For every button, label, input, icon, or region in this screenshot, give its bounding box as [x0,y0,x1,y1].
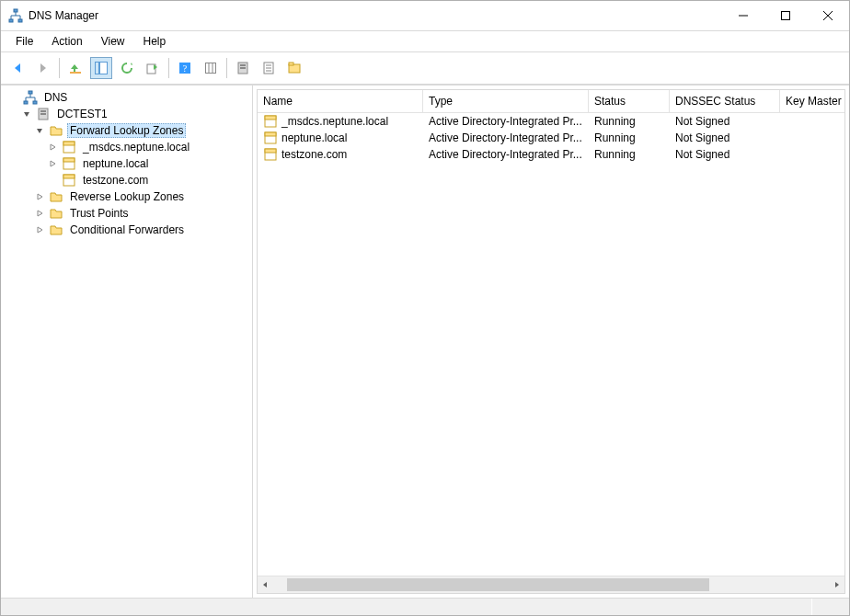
maximize-button[interactable] [764,1,807,30]
chevron-right-icon[interactable] [47,158,58,169]
tree-root[interactable]: DNS [5,89,252,106]
zone-icon [263,131,278,145]
cell-status: Running [589,131,670,144]
chevron-down-icon[interactable] [34,125,45,136]
back-button[interactable] [6,57,29,79]
forward-button[interactable] [32,57,54,79]
svg-rect-25 [29,91,32,94]
scroll-right-icon[interactable] [830,576,844,593]
scroll-left-icon[interactable] [258,576,272,593]
svg-rect-29 [40,110,46,112]
window-controls [722,1,849,30]
cell-dnssec: Not Signed [670,115,780,128]
tree-label: Trust Points [67,206,132,221]
menu-help[interactable]: Help [134,33,176,50]
tree-pane[interactable]: DNS DCTEST1 Forward [1,86,253,598]
cell-name-text: _msdcs.neptune.local [281,115,388,128]
columns-button[interactable] [200,57,222,79]
console-tree-button[interactable] [90,57,112,79]
cell-type: Active Directory-Integrated Pr... [423,148,589,161]
folder-icon [49,189,63,204]
server-button[interactable] [232,57,254,79]
chevron-blank-icon [47,175,58,186]
titlebar-left: DNS Manager [8,8,98,23]
minimize-button[interactable] [722,1,764,30]
app-icon [8,8,23,23]
new-zone-button[interactable] [283,57,305,79]
dns-icon [23,90,38,105]
svg-rect-4 [782,12,790,20]
chevron-right-icon[interactable] [47,142,58,153]
svg-rect-8 [96,63,99,74]
menu-file[interactable]: File [6,33,42,50]
server-icon [36,107,51,121]
svg-text:?: ? [183,63,188,74]
svg-rect-1 [9,19,13,22]
list-row[interactable]: testzone.com Active Directory-Integrated… [258,146,844,163]
folder-icon [49,206,63,221]
tree-label: Conditional Forwarders [67,222,187,237]
col-key[interactable]: Key Master [780,90,844,112]
toolbar-sep [168,58,169,78]
cell-dnssec: Not Signed [670,148,780,161]
close-button[interactable] [807,1,849,30]
chevron-down-icon[interactable] [21,108,32,120]
cell-name-text: neptune.local [281,131,347,144]
tree-label: neptune.local [80,156,151,171]
properties-button[interactable] [258,57,280,79]
list-pane: Name Type Status DNSSEC Status Key Maste… [257,89,845,594]
export-button[interactable] [142,57,164,79]
help-button[interactable]: ? [174,57,196,79]
svg-rect-32 [63,142,75,145]
chevron-right-icon[interactable] [34,191,45,202]
svg-rect-0 [14,9,17,12]
col-type[interactable]: Type [423,90,589,112]
folder-icon [49,222,63,237]
chevron-right-icon[interactable] [34,224,45,235]
cell-name: neptune.local [258,131,423,145]
tree-zone-testzone[interactable]: testzone.com [5,172,252,188]
tree-reverse-lookup-zones[interactable]: Reverse Lookup Zones [5,188,252,205]
scroll-track[interactable] [287,578,815,591]
tree-forward-lookup-zones[interactable]: Forward Lookup Zones [5,122,252,139]
list-header: Name Type Status DNSSEC Status Key Maste… [258,90,844,113]
tree-label: DCTEST1 [54,107,110,121]
svg-rect-42 [265,149,276,153]
horizontal-scrollbar[interactable] [258,576,844,593]
refresh-button[interactable] [116,57,138,79]
dns-manager-window: DNS Manager File Action View Help [0,0,850,616]
svg-rect-2 [18,19,22,22]
up-button[interactable] [64,57,86,79]
scroll-thumb[interactable] [287,578,709,591]
chevron-right-icon[interactable] [34,208,45,219]
tree-trust-points[interactable]: Trust Points [5,205,252,222]
toolbar-sep [226,58,227,78]
col-status[interactable]: Status [589,90,670,112]
menu-action[interactable]: Action [42,33,91,50]
svg-rect-30 [40,113,46,115]
titlebar: DNS Manager [1,1,849,30]
menu-view[interactable]: View [92,33,134,50]
tree-conditional-forwarders[interactable]: Conditional Forwarders [5,222,252,238]
svg-rect-24 [289,63,293,65]
svg-rect-38 [265,116,276,120]
svg-rect-17 [240,64,246,66]
tree-label: testzone.com [80,173,151,188]
list-row[interactable]: _msdcs.neptune.local Active Directory-In… [258,113,844,130]
list-body[interactable]: _msdcs.neptune.local Active Directory-In… [258,113,844,576]
cell-status: Running [589,115,670,128]
svg-rect-34 [63,158,75,162]
zone-icon [62,140,76,154]
col-dnssec[interactable]: DNSSEC Status [670,90,780,112]
col-name[interactable]: Name [258,90,423,112]
window-title: DNS Manager [29,9,98,22]
zone-icon [263,147,278,162]
cell-dnssec: Not Signed [670,131,780,144]
tree-zone-neptune[interactable]: neptune.local [5,155,252,172]
tree-zone-msdcs[interactable]: _msdcs.neptune.local [5,139,252,155]
svg-rect-7 [70,72,81,74]
tree-server[interactable]: DCTEST1 [5,106,252,122]
zone-icon [263,114,278,129]
folder-open-icon [49,123,63,138]
list-row[interactable]: neptune.local Active Directory-Integrate… [258,130,844,146]
